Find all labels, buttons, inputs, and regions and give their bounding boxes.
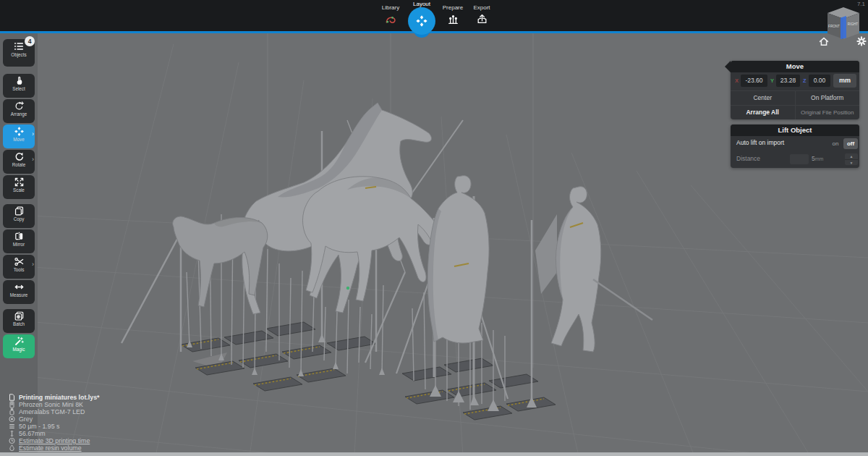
height-arrows-icon bbox=[9, 430, 15, 437]
stepper-down-icon[interactable]: ▼ bbox=[845, 159, 858, 165]
sidebar-magic-button[interactable]: Magic bbox=[3, 334, 35, 358]
layers-icon bbox=[9, 423, 15, 430]
x-position-input[interactable]: -23.60 bbox=[741, 75, 767, 87]
copy-icon bbox=[14, 206, 25, 216]
status-resin-row: Ameralabs TGM-7 LED bbox=[9, 408, 85, 415]
submenu-arrow-icon: › bbox=[32, 130, 34, 138]
sidebar-item-label: Tools bbox=[3, 267, 35, 272]
x-axis-label: X bbox=[735, 77, 739, 84]
z-position-input[interactable]: 0.00 bbox=[809, 75, 830, 87]
layer-height-exposure: 50 µm - 1.95 s bbox=[19, 423, 59, 430]
batch-stack-icon bbox=[14, 311, 25, 321]
tab-export[interactable]: Export bbox=[466, 4, 498, 28]
tab-library[interactable]: Library bbox=[375, 4, 407, 29]
file-name: Printing miniatures lot.lys* bbox=[19, 394, 99, 401]
resin-drop-icon bbox=[9, 444, 15, 452]
tab-prepare[interactable]: Prepare bbox=[437, 4, 469, 28]
printer-name: Phrozen Sonic Mini 8K bbox=[19, 401, 83, 408]
center-button[interactable]: Center bbox=[731, 91, 795, 105]
move-panel: Move X -23.60 Y 23.28 Z 0.00 mm Center O… bbox=[731, 61, 859, 119]
magic-wand-icon bbox=[14, 336, 25, 347]
sidebar-rotate-button[interactable]: Rotate › bbox=[3, 150, 35, 174]
sidebar-item-label: Rotate bbox=[3, 162, 35, 167]
sidebar-tools-button[interactable]: Tools › bbox=[3, 255, 35, 279]
resin-color: Grey bbox=[19, 415, 33, 423]
tab-layout-active-indicator[interactable] bbox=[408, 7, 435, 35]
contact-indicator bbox=[346, 287, 349, 290]
arrange-all-button[interactable]: Arrange All bbox=[731, 106, 795, 119]
move-cross-icon bbox=[415, 14, 428, 28]
move-panel-title: Move bbox=[731, 61, 859, 72]
clock-icon bbox=[9, 437, 15, 444]
submenu-arrow-icon: › bbox=[32, 261, 34, 268]
print-height: 56.67mm bbox=[19, 430, 46, 437]
panel-collapse-arrow[interactable] bbox=[725, 61, 731, 72]
status-color-row: Grey bbox=[9, 415, 33, 423]
sidebar-scale-button[interactable]: Scale bbox=[3, 175, 35, 199]
resin-name: Ameralabs TGM-7 LED bbox=[19, 408, 85, 415]
distance-color-swatch[interactable] bbox=[790, 154, 809, 164]
accent-divider bbox=[0, 31, 868, 33]
mirror-icon bbox=[14, 231, 25, 242]
sidebar-arrange-button[interactable]: Arrange bbox=[3, 99, 35, 123]
lift-object-panel: Lift Object Auto lift on import on off D… bbox=[731, 124, 859, 168]
objects-count-badge: 4 bbox=[25, 36, 35, 46]
estimate-time-link[interactable]: Estimate 3D printing time bbox=[19, 437, 90, 444]
supports-icon bbox=[447, 13, 459, 25]
sidebar-item-label: Mirror bbox=[3, 242, 35, 247]
sidebar-select-button[interactable]: Select bbox=[3, 74, 35, 98]
lift-panel-title: Lift Object bbox=[731, 124, 859, 136]
cube-right-label: RIGHT bbox=[848, 22, 858, 26]
sidebar-batch-button[interactable]: Batch bbox=[3, 309, 35, 333]
status-time-row: Estimate 3D printing time bbox=[9, 437, 90, 444]
tab-label: Prepare bbox=[437, 4, 469, 11]
auto-lift-label: Auto lift on import bbox=[736, 139, 784, 146]
sidebar-item-label: Arrange bbox=[3, 111, 35, 117]
on-platform-button[interactable]: On Platform bbox=[795, 91, 860, 105]
status-layer-row: 50 µm - 1.95 s bbox=[9, 423, 59, 430]
resin-bottle-icon bbox=[9, 408, 15, 415]
selected-cube-edge bbox=[841, 16, 846, 39]
submenu-arrow-icon: › bbox=[32, 156, 34, 163]
arrange-icon bbox=[14, 101, 25, 111]
sidebar-item-label: Scale bbox=[3, 187, 35, 193]
tab-label: Layout bbox=[406, 1, 438, 7]
tab-layout[interactable]: Layout bbox=[406, 1, 438, 7]
status-volume-row: Estimate resin volume bbox=[9, 444, 82, 452]
sidebar-mirror-button[interactable]: Mirror bbox=[3, 229, 35, 253]
export-icon bbox=[476, 13, 488, 25]
auto-lift-off-option[interactable]: off bbox=[843, 138, 858, 149]
view-navigation-cube[interactable]: FRONT RIGHT bbox=[819, 6, 861, 43]
tab-label: Library bbox=[375, 4, 407, 11]
auto-lift-on-option[interactable]: on bbox=[829, 138, 842, 149]
distance-value[interactable]: 5mm bbox=[812, 155, 823, 162]
unit-toggle-button[interactable]: mm bbox=[833, 74, 856, 88]
sidebar-item-label: Copy bbox=[3, 216, 35, 221]
library-icon bbox=[384, 13, 397, 26]
sidebar-measure-button[interactable]: Measure bbox=[3, 280, 35, 304]
objects-list-icon bbox=[13, 41, 25, 52]
status-printer-row: Phrozen Sonic Mini 8K bbox=[9, 401, 83, 408]
stepper-up-icon[interactable]: ▲ bbox=[845, 153, 858, 159]
bottom-edge-strip bbox=[0, 452, 868, 456]
sidebar-item-label: Measure bbox=[3, 292, 35, 297]
sidebar-item-label: Objects bbox=[3, 52, 35, 57]
move-cross-icon bbox=[14, 126, 25, 137]
status-file-row: Printing miniatures lot.lys* bbox=[9, 394, 99, 401]
select-hand-icon bbox=[14, 75, 25, 86]
printer-icon bbox=[9, 401, 15, 408]
distance-stepper[interactable]: ▲ ▼ bbox=[845, 153, 858, 165]
original-file-position-button[interactable]: Original File Position bbox=[795, 106, 860, 119]
sidebar-copy-button[interactable]: Copy bbox=[3, 204, 35, 228]
y-position-input[interactable]: 23.28 bbox=[776, 75, 800, 87]
sidebar-item-label: Batch bbox=[3, 321, 35, 326]
tab-label: Export bbox=[466, 4, 498, 11]
sidebar-item-label: Move bbox=[3, 137, 35, 142]
scale-icon bbox=[14, 177, 25, 187]
z-axis-label: Z bbox=[803, 77, 807, 84]
file-icon bbox=[9, 394, 15, 401]
measure-arrows-icon bbox=[14, 282, 25, 292]
estimate-volume-link[interactable]: Estimate resin volume bbox=[19, 444, 82, 452]
y-axis-label: Y bbox=[770, 77, 774, 84]
sidebar-move-button[interactable]: Move › bbox=[3, 124, 35, 148]
